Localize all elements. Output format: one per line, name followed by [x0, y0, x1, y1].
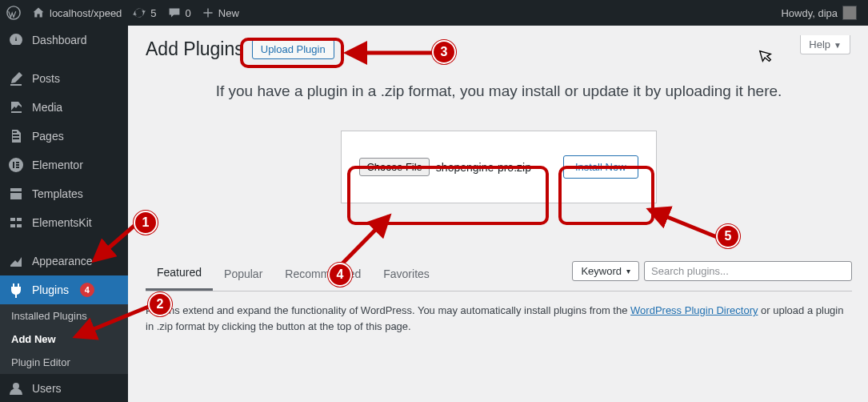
updates-link[interactable]: 5 — [133, 6, 156, 19]
svg-line-12 — [650, 210, 717, 237]
new-content[interactable]: New — [202, 7, 239, 19]
wp-logo[interactable] — [6, 6, 21, 20]
svg-line-8 — [94, 224, 136, 260]
new-label: New — [218, 7, 239, 19]
comments-link[interactable]: 0 — [168, 6, 191, 19]
svg-line-11 — [340, 216, 389, 266]
annotation-arrows — [0, 0, 868, 402]
comments-count: 0 — [186, 7, 191, 19]
site-home[interactable]: localhost/xpeed — [32, 6, 122, 19]
admin-bar: localhost/xpeed 5 0 New Howdy, dipa — [0, 0, 868, 26]
updates-count: 5 — [150, 7, 156, 19]
site-name: localhost/xpeed — [50, 7, 122, 19]
howdy-user[interactable]: Howdy, dipa — [781, 6, 857, 20]
svg-line-9 — [76, 306, 150, 336]
avatar — [842, 6, 857, 20]
howdy-text: Howdy, dipa — [781, 7, 838, 19]
